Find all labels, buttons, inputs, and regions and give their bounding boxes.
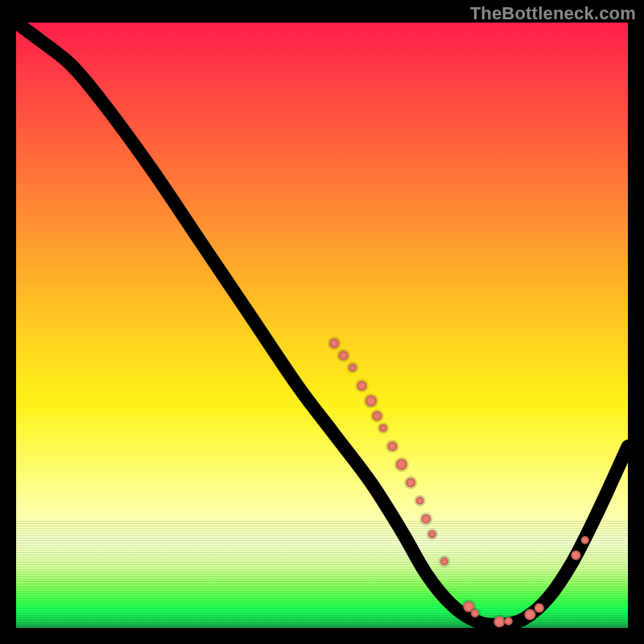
curve-svg — [16, 23, 628, 628]
data-point — [339, 351, 349, 361]
data-point — [505, 617, 513, 625]
data-point — [349, 364, 357, 372]
chart-stage: TheBottleneck.com — [0, 0, 644, 644]
plot-area — [16, 23, 628, 628]
data-point — [471, 609, 479, 617]
bottleneck-curve — [16, 23, 628, 625]
data-point — [365, 395, 377, 407]
data-point — [535, 603, 544, 613]
data-point — [329, 339, 339, 349]
data-point — [379, 424, 387, 432]
data-point — [357, 381, 366, 390]
data-point — [440, 557, 448, 565]
data-point — [372, 411, 382, 421]
data-point — [571, 551, 580, 560]
data-point — [396, 459, 407, 470]
data-point — [387, 441, 397, 451]
data-point — [428, 530, 436, 538]
data-point — [421, 514, 431, 524]
data-point — [406, 478, 415, 488]
data-point — [416, 497, 424, 505]
watermark-text: TheBottleneck.com — [470, 3, 636, 24]
data-point — [581, 536, 589, 544]
